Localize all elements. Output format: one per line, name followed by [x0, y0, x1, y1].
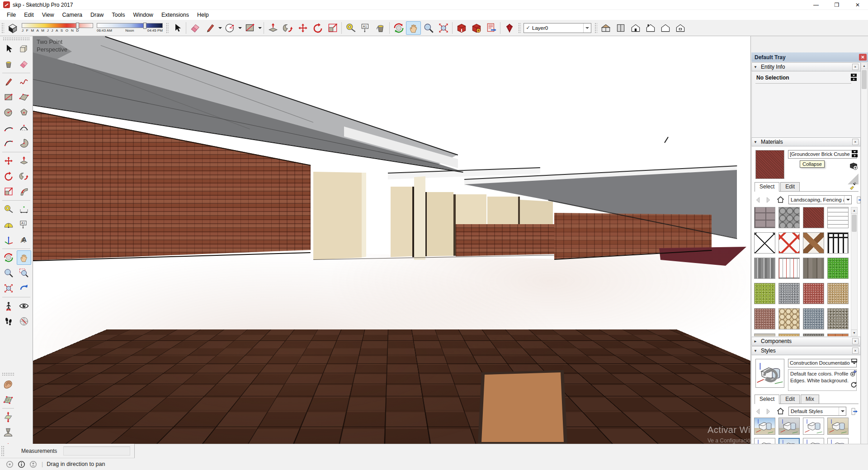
- dropdown-arrow-icon[interactable]: [839, 407, 846, 415]
- measurements-grip[interactable]: [1, 446, 4, 456]
- tool-section-plane[interactable]: [17, 314, 31, 329]
- materials-collection-dropdown[interactable]: Landscaping, Fencing a: [788, 195, 852, 204]
- style-thumbnail[interactable]: [778, 418, 800, 435]
- material-swatch[interactable]: [803, 258, 824, 279]
- components-close-icon[interactable]: ×: [852, 338, 859, 344]
- tool-arc[interactable]: [1, 121, 16, 135]
- palette-grip[interactable]: [3, 37, 30, 40]
- scroll-up-icon[interactable]: ▲: [851, 207, 858, 214]
- tool-move[interactable]: [1, 154, 16, 168]
- material-swatch[interactable]: [827, 232, 849, 254]
- dropdown-arrow-icon[interactable]: [844, 196, 851, 204]
- forward-arrow-icon[interactable]: [764, 196, 772, 204]
- tray-close-icon[interactable]: ✕: [859, 54, 867, 61]
- extension-warehouse-icon[interactable]: [502, 21, 517, 35]
- menu-edit[interactable]: Edit: [20, 10, 38, 19]
- line-tool-dropdown[interactable]: [217, 21, 222, 35]
- tool-polygon[interactable]: [17, 105, 31, 120]
- view-right-icon[interactable]: [643, 21, 658, 35]
- style-thumbnail[interactable]: [827, 418, 849, 435]
- material-swatch[interactable]: [827, 334, 849, 336]
- zoom-tool-icon[interactable]: [421, 21, 436, 35]
- warehouse-share-model-icon[interactable]: [469, 21, 484, 35]
- tray-title-bar[interactable]: Default Tray ✕: [751, 52, 868, 62]
- arc-tool-dropdown[interactable]: [237, 21, 242, 35]
- tool-previous[interactable]: [17, 281, 31, 296]
- zoom-extents-icon[interactable]: [436, 21, 451, 35]
- styles-collection-dropdown[interactable]: Default Styles: [788, 407, 846, 416]
- view-iso-icon[interactable]: [598, 21, 613, 35]
- rotate-tool-icon[interactable]: [310, 21, 325, 35]
- tool-pie[interactable]: [17, 136, 31, 150]
- material-swatch[interactable]: [803, 207, 824, 228]
- tool-pan[interactable]: [17, 250, 31, 265]
- menu-draw[interactable]: Draw: [86, 10, 108, 19]
- tool-eraser[interactable]: [17, 57, 31, 71]
- line-tool-icon[interactable]: [203, 21, 217, 35]
- material-swatch[interactable]: [778, 283, 800, 304]
- tool-zoom[interactable]: [1, 266, 16, 280]
- material-swatch[interactable]: [754, 334, 775, 336]
- eraser-tool-icon[interactable]: [188, 21, 203, 35]
- tool-rectangle[interactable]: [1, 90, 16, 104]
- material-swatch[interactable]: [778, 308, 800, 329]
- tool-select[interactable]: [1, 42, 16, 56]
- pan-tool-icon[interactable]: [406, 21, 421, 35]
- tool-rotated-rectangle[interactable]: [17, 90, 31, 104]
- toolbar-grip[interactable]: [165, 22, 169, 34]
- materials-scroll-thumb[interactable]: [852, 215, 857, 232]
- entity-details-toggle-icon[interactable]: [851, 74, 857, 81]
- tool-protractor[interactable]: [1, 217, 16, 232]
- tool-circle[interactable]: [1, 105, 16, 120]
- style-name-input[interactable]: Construction Documentatio: [788, 359, 857, 367]
- styles-close-icon[interactable]: ×: [852, 348, 859, 354]
- styles-tab-edit[interactable]: Edit: [780, 395, 800, 404]
- tool-make-component[interactable]: [17, 42, 31, 56]
- tool-3point-arc[interactable]: [1, 136, 16, 150]
- model-viewport[interactable]: Two Point Perspective Activar Windows Ve…: [33, 36, 750, 444]
- styles-tab-select[interactable]: Select: [755, 395, 779, 404]
- entity-info-close-icon[interactable]: ×: [852, 64, 859, 70]
- material-swatch[interactable]: [803, 283, 824, 304]
- tray-scrollbar[interactable]: [861, 62, 868, 456]
- back-arrow-icon[interactable]: [755, 196, 762, 204]
- rectangle-tool-dropdown[interactable]: [257, 21, 262, 35]
- rectangle-tool-icon[interactable]: [242, 21, 257, 35]
- time-slider-track[interactable]: [97, 23, 163, 28]
- view-left-icon[interactable]: [673, 21, 688, 35]
- create-material-icon[interactable]: [849, 161, 859, 171]
- menu-extensions[interactable]: Extensions: [157, 10, 193, 19]
- tool-axes[interactable]: [1, 233, 16, 247]
- tool-walk[interactable]: [1, 314, 16, 329]
- materials-tab-select[interactable]: Select: [755, 182, 779, 192]
- tool-tape-measure[interactable]: [1, 202, 16, 216]
- expand-triangle-icon[interactable]: ►: [754, 339, 761, 343]
- tool-offset[interactable]: [17, 184, 31, 199]
- styles-details-toggle-icon[interactable]: [851, 358, 858, 365]
- tool-rotate[interactable]: [1, 169, 16, 183]
- maximize-button[interactable]: ❐: [826, 0, 847, 10]
- tool-zoom-extents[interactable]: [1, 281, 16, 296]
- warehouse-share-component-icon[interactable]: [484, 21, 499, 35]
- back-arrow-icon[interactable]: [755, 408, 762, 415]
- menu-window[interactable]: Window: [129, 10, 157, 19]
- minimize-button[interactable]: —: [806, 0, 826, 10]
- view-front-icon[interactable]: [628, 21, 643, 35]
- shadow-time-slider[interactable]: 06:43 AM Noon 04:45 PM: [97, 23, 163, 33]
- toolbar-grip[interactable]: [594, 22, 597, 34]
- tool-position-camera[interactable]: [1, 299, 16, 313]
- home-icon[interactable]: [776, 196, 785, 204]
- tool-line[interactable]: [1, 75, 16, 89]
- entity-info-header[interactable]: ▼ Entity Info ×: [751, 62, 861, 71]
- materials-header[interactable]: ▼ Materials ×: [751, 137, 861, 146]
- material-swatch[interactable]: [754, 207, 775, 228]
- close-button[interactable]: ✕: [847, 0, 868, 10]
- arc-tool-icon[interactable]: [222, 21, 237, 35]
- scroll-up-icon[interactable]: ▲: [861, 62, 868, 69]
- tool-freehand[interactable]: [17, 75, 31, 89]
- menu-help[interactable]: Help: [193, 10, 213, 19]
- tool-pushpull[interactable]: [17, 154, 31, 168]
- material-swatch[interactable]: [754, 258, 775, 279]
- layer-dropdown-button[interactable]: [583, 24, 591, 33]
- material-swatch[interactable]: [827, 308, 849, 329]
